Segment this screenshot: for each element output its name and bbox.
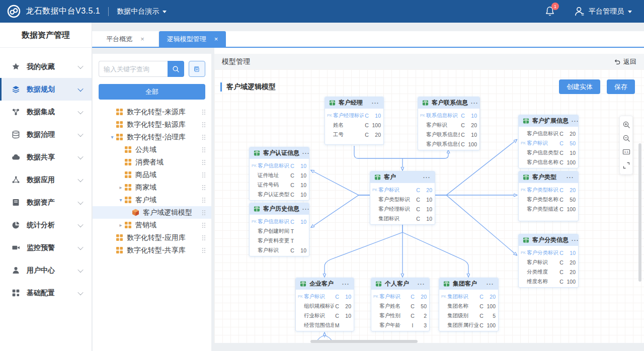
vertical-scrollbar[interactable] (638, 143, 641, 282)
caret-down-icon[interactable]: ▾ (117, 198, 124, 203)
entity-menu-icon[interactable]: ··· (302, 151, 310, 155)
entity-enterprise-customer[interactable]: 企业客户···PK客户标识C10组织规模标识C20行业标识C10经营范围信息M (295, 278, 354, 331)
tab-logic-model-management[interactable]: 逻辑模型管理× (159, 31, 226, 47)
library-grid-icon (124, 184, 132, 191)
entity-field-row: PK客户标识C10 (296, 292, 354, 301)
entity-menu-icon[interactable]: ··· (302, 207, 310, 211)
save-button[interactable]: 保存 (607, 79, 635, 94)
entity-title: 客户联系信息 (432, 99, 468, 107)
table-icon (300, 281, 306, 287)
entity-field-row: 集团名称C100 (439, 301, 498, 311)
relationship-line (403, 232, 468, 274)
tree-item[interactable]: 数字化转型-共享库 (93, 244, 211, 256)
fit-screen-button[interactable] (620, 159, 632, 171)
more-options-icon[interactable] (201, 171, 206, 179)
zoom-in-button[interactable] (620, 119, 632, 131)
tree-item[interactable]: 数字化转型-应用库 (93, 231, 211, 244)
sidebar-item-user[interactable]: 用户中心 (0, 259, 92, 282)
tree-item[interactable]: ▸商家域 (93, 181, 211, 194)
caret-right-icon[interactable]: ▸ (117, 185, 124, 190)
workspace-switcher[interactable]: 数据中台演示 (117, 7, 167, 16)
entity-customer-contact-info[interactable]: 客户联系信息···PK联系信息标识C10客户标识C20客户联系信息类型C10客户… (418, 97, 480, 150)
entity-menu-icon[interactable]: ··· (572, 119, 579, 123)
sidebar: 数据资产管理 我的收藏数据规划数据集成数据治理数据共享数据应用数据资产统计分析监… (0, 23, 92, 351)
more-options-icon[interactable] (201, 197, 206, 204)
sidebar-item-pie-chart[interactable]: 统计分析 (0, 214, 92, 236)
entity-customer-type[interactable]: 客户类型···PK客户类型标识C20客户类型名称C50客户类型描述C100 (518, 171, 579, 221)
tree-item[interactable]: 数字化转型-来源库 (93, 106, 211, 118)
entity-customer-manager[interactable]: 客户经理···PK客户经理标识C10姓名C100工号C20 (325, 97, 384, 145)
tree-item[interactable]: 商品域 (93, 168, 211, 181)
sidebar-item-settings-grid[interactable]: 基础配置 (0, 282, 92, 304)
entity-personal-customer[interactable]: 个人客户···PK客户标识C20客户姓名C50客户性别C2客户年龄I3 (371, 278, 430, 331)
entity-menu-icon[interactable]: ··· (487, 282, 494, 286)
diagram-canvas[interactable]: 客户域逻辑模型 创建实体 保存 (214, 69, 644, 343)
entity-menu-icon[interactable]: ··· (572, 238, 579, 242)
add-library-button[interactable] (189, 61, 205, 77)
sidebar-item-integration[interactable]: 数据集成 (0, 101, 92, 123)
entity-customer[interactable]: 客户···PK客户标识C20客户类型标识C10客户经理标识C10集团标识C10 (370, 171, 435, 225)
zoom-out-button[interactable] (620, 132, 632, 144)
field-type: C (415, 197, 421, 203)
tree-item[interactable]: 客户域逻辑模型 (93, 206, 211, 219)
tree-item-label: 数字化转型-应用库 (127, 233, 186, 242)
field-length: 10 (295, 219, 306, 225)
one-to-one-button[interactable]: 1:1 (620, 146, 632, 158)
sidebar-item-asset-book[interactable]: 数据资产 (0, 191, 92, 214)
close-icon[interactable]: × (140, 35, 144, 43)
sidebar-item-layers[interactable]: 数据规划 (0, 78, 92, 101)
asset-book-icon (12, 198, 20, 207)
more-options-icon[interactable] (201, 159, 206, 166)
tree-item[interactable]: ▸营销域 (93, 219, 211, 231)
more-options-icon[interactable] (201, 234, 206, 241)
close-icon[interactable]: × (214, 35, 218, 43)
entity-field-row: 维度名称C100 (519, 277, 578, 286)
entity-menu-icon[interactable]: ··· (372, 101, 379, 105)
all-filter-button[interactable]: 全部 (99, 84, 205, 100)
more-options-icon[interactable] (201, 222, 206, 229)
tree-item[interactable]: ▾数字化转型-治理库 (93, 131, 211, 143)
more-options-icon[interactable] (201, 247, 206, 254)
tree-item[interactable]: 消费者域 (93, 156, 211, 168)
search-input[interactable] (99, 61, 168, 77)
entity-customer-class-info[interactable]: 客户分类信息···PK客户分类标识C10客户标识C20分类维度C20维度名称C1… (518, 234, 579, 288)
field-type: C (460, 113, 466, 119)
more-options-icon[interactable] (201, 146, 206, 153)
horizontal-scrollbar[interactable] (310, 340, 418, 343)
field-name: 客户资料变更时间 (258, 237, 289, 244)
entity-menu-icon[interactable]: ··· (567, 176, 574, 180)
table-icon (523, 118, 529, 124)
back-button[interactable]: 返回 (614, 57, 636, 66)
chevron-down-icon (77, 63, 83, 68)
caret-down-icon[interactable]: ▾ (109, 135, 116, 140)
more-options-icon[interactable] (201, 109, 206, 116)
sidebar-item-app-nodes[interactable]: 数据应用 (0, 168, 92, 191)
tab-platform-overview[interactable]: 平台概览× (92, 31, 159, 47)
entity-customer-extend-info[interactable]: 客户扩展信息···客户信息标识C20PK客户标识C50客户信息类型C10客户信息… (518, 115, 579, 168)
search-button[interactable] (168, 61, 184, 77)
sidebar-item-star[interactable]: 我的收藏 (0, 55, 92, 78)
entity-menu-icon[interactable]: ··· (342, 282, 350, 286)
more-options-icon[interactable] (201, 209, 206, 216)
notification-button[interactable]: 1 (545, 6, 555, 17)
entity-customer-history-info[interactable]: 客户历史信息···PK客户信息标识C10客户创建时间T客户资料变更时间T客户标识… (249, 203, 309, 256)
user-menu[interactable]: 平台管理员 (574, 6, 632, 17)
entity-group-customer[interactable]: 集团客户···PK集团标识C20集团名称C100集团级别C5集团所属行业C100 (439, 278, 499, 331)
tree-item[interactable]: ▾客户域 (93, 194, 211, 206)
model-bar-title: 模型管理 (222, 57, 250, 66)
more-options-icon[interactable] (201, 121, 206, 128)
sidebar-item-monitor-camera[interactable]: 监控预警 (0, 236, 92, 259)
sidebar-item-cloud[interactable]: 数据共享 (0, 146, 92, 168)
sidebar-item-database[interactable]: 数据治理 (0, 123, 92, 146)
entity-menu-icon[interactable]: ··· (423, 176, 431, 180)
create-entity-button[interactable]: 创建实体 (559, 79, 600, 94)
more-options-icon[interactable] (201, 134, 206, 141)
entity-menu-icon[interactable]: ··· (418, 282, 425, 286)
workspace-label: 数据中台演示 (117, 7, 159, 16)
entity-customer-auth-info[interactable]: 客户认证信息···PK客户信息标识C10证件地址C10证件号码C10客户认证类型… (249, 147, 309, 201)
more-options-icon[interactable] (201, 184, 206, 191)
tree-item[interactable]: 数字化转型-贴源库 (93, 118, 211, 131)
tree-item[interactable]: 公共域 (93, 143, 211, 156)
entity-menu-icon[interactable]: ··· (471, 101, 478, 105)
caret-right-icon[interactable]: ▸ (117, 223, 124, 228)
